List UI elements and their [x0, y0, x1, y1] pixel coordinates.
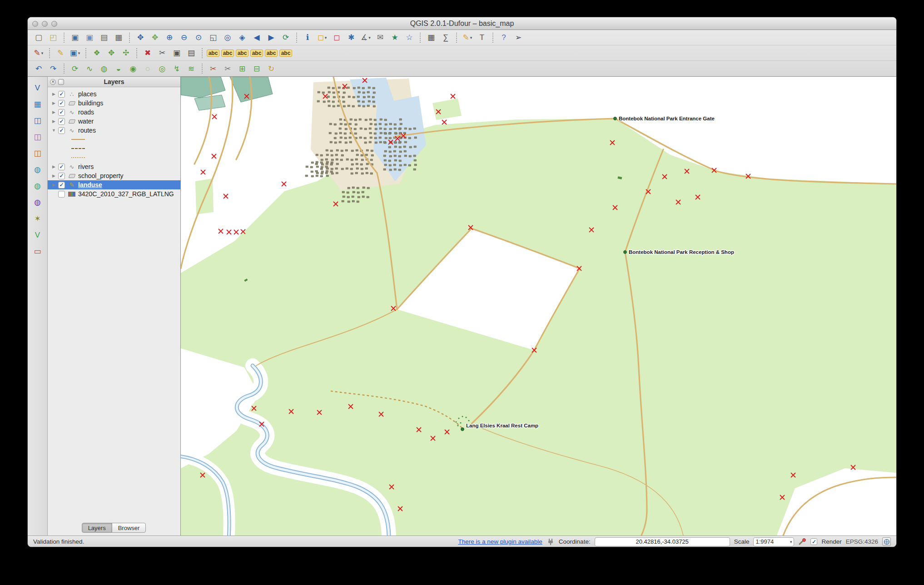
- refresh-map-button[interactable]: ⟳: [279, 31, 293, 44]
- tab-layers[interactable]: Layers: [82, 523, 112, 533]
- panel-close-icon[interactable]: ✕: [50, 79, 56, 85]
- new-project-button[interactable]: ▢: [32, 31, 45, 44]
- zoom-in-button[interactable]: ⊕: [163, 31, 176, 44]
- expand-arrow-icon[interactable]: ▶: [50, 92, 57, 96]
- annotation-button[interactable]: ✎▾: [461, 31, 474, 44]
- add-vector-layer-button[interactable]: V: [31, 81, 45, 94]
- split-features-button[interactable]: ✂: [206, 62, 220, 75]
- layer-visibility-checkbox[interactable]: ✓: [58, 127, 65, 134]
- layer-visibility-checkbox[interactable]: ✓: [58, 109, 65, 116]
- expand-arrow-icon[interactable]: ▼: [50, 128, 57, 133]
- layers-panel-header[interactable]: ✕ Layers: [48, 77, 180, 87]
- zoom-next-button[interactable]: ▶: [264, 31, 278, 44]
- pin-labels-button[interactable]: abc: [235, 47, 249, 59]
- layer-item-buildings[interactable]: ▶✓buildings: [48, 99, 180, 108]
- add-mssql-layer-button[interactable]: ◫: [31, 147, 45, 159]
- legend-swatch-row[interactable]: [48, 153, 180, 162]
- minimize-window-button[interactable]: [42, 21, 48, 27]
- layer-item-routes[interactable]: ▼✓∿routes: [48, 126, 180, 135]
- labeling-button[interactable]: abc: [206, 47, 220, 59]
- layer-visibility-checkbox[interactable]: [58, 191, 65, 198]
- zoom-to-layer-button[interactable]: ◈: [235, 31, 249, 44]
- expand-arrow-icon[interactable]: ▶: [50, 110, 57, 114]
- zoom-out-button[interactable]: ⊖: [177, 31, 191, 44]
- move-feature-button[interactable]: ✥: [104, 47, 118, 59]
- show-hide-labels-button[interactable]: abc: [250, 47, 263, 59]
- close-window-button[interactable]: [32, 21, 38, 27]
- expand-arrow-icon[interactable]: ▶: [50, 101, 57, 105]
- zoom-native-button[interactable]: ⊙: [192, 31, 205, 44]
- redo-button[interactable]: ↷: [46, 62, 60, 75]
- expand-arrow-icon[interactable]: ▶: [50, 174, 57, 178]
- layer-item-rivers[interactable]: ▶✓∿rivers: [48, 162, 180, 171]
- simplify-feature-button[interactable]: ∿: [83, 62, 96, 75]
- expand-arrow-icon[interactable]: ▶: [50, 183, 57, 187]
- reshape-features-button[interactable]: ↯: [170, 62, 184, 75]
- identify-features-button[interactable]: ℹ: [301, 31, 314, 44]
- split-parts-button[interactable]: ✂: [221, 62, 234, 75]
- delete-part-button[interactable]: ◎: [155, 62, 169, 75]
- save-layer-edits-button[interactable]: ▣▾: [68, 47, 82, 59]
- measure-line-dropdown-arrow[interactable]: ▾: [368, 35, 371, 40]
- add-feature-button[interactable]: ❖: [90, 47, 104, 59]
- add-raster-layer-button[interactable]: ▦: [31, 98, 45, 110]
- pan-map-button[interactable]: ✥: [134, 31, 147, 44]
- new-shapefile-layer-button[interactable]: V: [31, 228, 45, 241]
- new-bookmark-button[interactable]: ★: [388, 31, 402, 44]
- expand-arrow-icon[interactable]: ▶: [50, 119, 57, 124]
- field-calculator-button[interactable]: ∑: [439, 31, 452, 44]
- add-wms-layer-button[interactable]: ◍: [31, 163, 45, 176]
- add-ring-button[interactable]: ◍: [97, 62, 111, 75]
- help-contents-button[interactable]: ?: [497, 31, 511, 44]
- zoom-last-button[interactable]: ◀: [250, 31, 263, 44]
- show-bookmarks-button[interactable]: ☆: [402, 31, 416, 44]
- stop-render-icon[interactable]: [798, 538, 806, 546]
- layer-visibility-checkbox[interactable]: ✓: [58, 173, 65, 179]
- move-label-button[interactable]: abc: [264, 47, 278, 59]
- coordinate-input[interactable]: [595, 537, 730, 546]
- delete-selected-button[interactable]: ✖: [141, 47, 154, 59]
- text-annotation-button[interactable]: T: [475, 31, 489, 44]
- current-edits-dropdown-arrow[interactable]: ▾: [41, 51, 44, 55]
- layer-visibility-checkbox[interactable]: ✓: [58, 100, 65, 107]
- plugin-link[interactable]: There is a new plugin available: [458, 538, 542, 545]
- zoom-to-selection-button[interactable]: ◎: [221, 31, 234, 44]
- measure-line-button[interactable]: ∡▾: [359, 31, 373, 44]
- map-canvas[interactable]: Bontebok National Park Entrance GateBont…: [181, 77, 896, 535]
- open-project-button[interactable]: ◰: [46, 31, 60, 44]
- layer-item-landuse[interactable]: ▶✓✎landuse: [48, 180, 180, 189]
- layer-item-water[interactable]: ▶✓water: [48, 117, 180, 126]
- save-project-as-button[interactable]: ▣: [83, 31, 96, 44]
- layer-visibility-checkbox[interactable]: ✓: [58, 91, 65, 98]
- select-features-dropdown-arrow[interactable]: ▾: [325, 35, 327, 40]
- layer-item-places[interactable]: ▶✓∴places: [48, 89, 180, 99]
- fill-ring-button[interactable]: ◉: [126, 62, 140, 75]
- window-titlebar[interactable]: QGIS 2.0.1-Dufour – basic_map: [28, 17, 896, 30]
- save-project-button[interactable]: ▣: [68, 31, 82, 44]
- node-tool-button[interactable]: ✣: [119, 47, 133, 59]
- merge-features-button[interactable]: ⊞: [235, 62, 249, 75]
- layer-visibility-checkbox[interactable]: ✓: [58, 118, 65, 125]
- panel-undock-icon[interactable]: [58, 79, 64, 85]
- copy-features-button[interactable]: ▣: [170, 47, 184, 59]
- deselect-features-button[interactable]: ◻: [330, 31, 343, 44]
- zoom-window-button[interactable]: [51, 21, 57, 27]
- expand-arrow-icon[interactable]: ▶: [50, 164, 57, 169]
- annotation-dropdown-arrow[interactable]: ▾: [470, 35, 472, 40]
- tab-browser[interactable]: Browser: [112, 523, 146, 533]
- new-print-composer-button[interactable]: ▤: [97, 31, 111, 44]
- layer-item-roads[interactable]: ▶✓∿roads: [48, 108, 180, 117]
- add-postgis-layer-button[interactable]: ◫: [31, 114, 45, 127]
- toggle-editing-button[interactable]: ✎: [54, 47, 67, 59]
- remove-layer-button[interactable]: ▭: [31, 245, 45, 258]
- composer-manager-button[interactable]: ▦: [112, 31, 125, 44]
- current-edits-button[interactable]: ✎▾: [32, 47, 45, 59]
- label-settings-button[interactable]: abc: [221, 47, 234, 59]
- undo-button[interactable]: ↶: [32, 62, 45, 75]
- delete-ring-button[interactable]: ◌: [141, 62, 154, 75]
- add-part-button[interactable]: ◒: [112, 62, 125, 75]
- rotate-point-symbols-button[interactable]: ↻: [264, 62, 278, 75]
- render-checkbox[interactable]: ✓: [810, 538, 817, 545]
- layer-item-3420C_2010_327_RGB_LATLNG[interactable]: 3420C_2010_327_RGB_LATLNG: [48, 189, 180, 198]
- add-spatialite-layer-button[interactable]: ◫: [31, 130, 45, 143]
